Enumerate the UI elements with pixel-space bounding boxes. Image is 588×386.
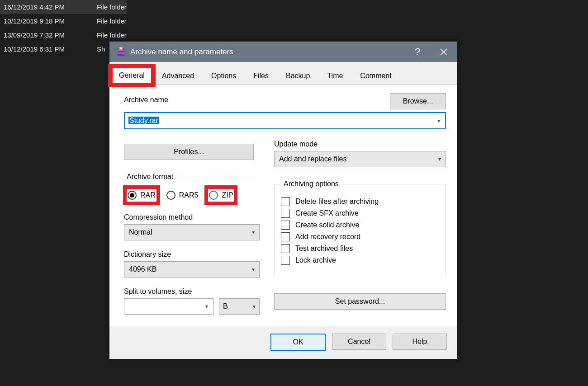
titlebar[interactable]: Archive name and parameters ? xyxy=(109,42,457,62)
update-mode-label: Update mode xyxy=(274,140,446,148)
split-unit-select[interactable]: B ▾ xyxy=(219,298,260,315)
radio-icon xyxy=(166,191,175,200)
check-label: Delete files after archiving xyxy=(295,198,379,206)
radio-zip[interactable]: ZIP xyxy=(209,191,233,200)
set-password-button[interactable]: Set password... xyxy=(274,293,446,310)
archive-format-label: Archive format xyxy=(124,173,176,181)
file-date: 13/09/2019 7:32 PM xyxy=(0,28,90,42)
winrar-icon xyxy=(116,47,126,57)
check-label: Add recovery record xyxy=(295,233,360,241)
chevron-down-icon: ▾ xyxy=(253,303,256,310)
file-date: 10/12/2019 9:18 PM xyxy=(0,14,90,28)
dictionary-label: Dictionary size xyxy=(124,250,260,259)
help-icon[interactable]: ? xyxy=(404,42,431,62)
check-test[interactable]: Test archived files xyxy=(281,244,439,253)
dialog-title: Archive name and parameters xyxy=(130,47,404,56)
compression-value: Normal xyxy=(129,228,252,236)
set-password-label: Set password... xyxy=(335,297,385,306)
svg-rect-2 xyxy=(117,52,124,54)
compression-label: Compression method xyxy=(124,213,260,221)
checkbox-icon xyxy=(281,221,290,230)
file-type: File folder xyxy=(90,0,127,14)
check-recovery[interactable]: Add recovery record xyxy=(281,232,439,241)
compression-select[interactable]: Normal ▾ xyxy=(124,224,260,240)
radio-rar5[interactable]: RAR5 xyxy=(166,191,199,200)
dictionary-select[interactable]: 4096 KB ▾ xyxy=(124,261,260,278)
help-button[interactable]: Help xyxy=(393,334,447,350)
file-row[interactable]: 16/12/2019 4:42 PM File folder xyxy=(0,0,127,14)
check-label: Create solid archive xyxy=(295,221,359,229)
chevron-down-icon: ▾ xyxy=(252,266,255,273)
check-sfx[interactable]: Create SFX archive xyxy=(281,209,439,218)
radio-label: ZIP xyxy=(222,191,233,199)
archiving-options-label: Archiving options xyxy=(281,180,341,188)
archive-name-label: Archive name xyxy=(124,96,168,104)
ok-button[interactable]: OK xyxy=(270,334,326,351)
split-label: Split to volumes, size xyxy=(124,287,260,296)
check-label: Lock archive xyxy=(295,256,336,264)
tab-page-general: Archive name Browse... Study.rar ▾ Profi… xyxy=(109,85,457,326)
radio-rar[interactable]: RAR xyxy=(128,191,156,200)
checkbox-icon xyxy=(281,209,290,218)
svg-rect-4 xyxy=(120,47,122,49)
checkbox-icon xyxy=(281,197,290,206)
chevron-down-icon: ▾ xyxy=(200,303,213,310)
file-date: 10/12/2019 6:31 PM xyxy=(0,42,90,56)
split-size-input[interactable]: ▾ xyxy=(124,298,213,315)
checkbox-icon xyxy=(281,232,290,241)
tab-general[interactable]: General xyxy=(110,66,153,85)
chevron-down-icon[interactable]: ▾ xyxy=(432,118,445,124)
file-type: File folder xyxy=(90,14,127,28)
tab-files[interactable]: Files xyxy=(245,66,277,85)
archive-name-input[interactable]: Study.rar ▾ xyxy=(124,112,446,129)
radio-label: RAR5 xyxy=(179,191,199,199)
tab-strip: General Advanced Options Files Backup Ti… xyxy=(109,62,457,85)
checkbox-icon xyxy=(281,256,290,265)
dictionary-value: 4096 KB xyxy=(129,265,252,273)
check-label: Test archived files xyxy=(295,245,353,253)
radio-icon xyxy=(209,191,218,200)
cancel-button[interactable]: Cancel xyxy=(332,334,386,350)
tab-time[interactable]: Time xyxy=(318,66,351,85)
radio-label: RAR xyxy=(140,191,156,199)
archive-name-value: Study.rar xyxy=(125,117,432,125)
archive-dialog: Archive name and parameters ? General Ad… xyxy=(109,42,457,359)
highlight-rar: RAR xyxy=(125,187,158,203)
file-row[interactable]: 13/09/2019 7:32 PM File folder xyxy=(0,28,127,42)
profiles-button[interactable]: Profiles... xyxy=(124,144,254,160)
file-type: Sh xyxy=(90,42,105,56)
radio-icon xyxy=(128,191,137,200)
dialog-button-row: OK Cancel Help xyxy=(109,326,457,359)
check-delete[interactable]: Delete files after archiving xyxy=(281,197,439,206)
close-icon[interactable] xyxy=(431,42,457,62)
file-list: 16/12/2019 4:42 PM File folder 10/12/201… xyxy=(0,0,127,56)
update-mode-value: Add and replace files xyxy=(279,155,438,163)
update-mode-select[interactable]: Add and replace files ▾ xyxy=(274,151,446,167)
split-unit-value: B xyxy=(223,302,253,311)
file-date: 16/12/2019 4:42 PM xyxy=(0,0,90,14)
tab-comment[interactable]: Comment xyxy=(351,66,400,85)
tab-options[interactable]: Options xyxy=(203,66,245,85)
highlight-zip: ZIP xyxy=(206,187,236,203)
tab-advanced[interactable]: Advanced xyxy=(153,66,203,85)
browse-button[interactable]: Browse... xyxy=(390,93,446,109)
file-type: File folder xyxy=(90,28,127,42)
check-label: Create SFX archive xyxy=(295,209,359,217)
tab-backup[interactable]: Backup xyxy=(277,66,318,85)
check-lock[interactable]: Lock archive xyxy=(281,256,439,265)
chevron-down-icon: ▾ xyxy=(438,156,441,162)
file-row[interactable]: 10/12/2019 6:31 PM Sh xyxy=(0,42,127,56)
svg-rect-1 xyxy=(117,50,124,51)
checkbox-icon xyxy=(281,244,290,253)
check-solid[interactable]: Create solid archive xyxy=(281,221,439,230)
file-row[interactable]: 10/12/2019 9:18 PM File folder xyxy=(0,14,127,28)
chevron-down-icon: ▾ xyxy=(252,229,255,235)
